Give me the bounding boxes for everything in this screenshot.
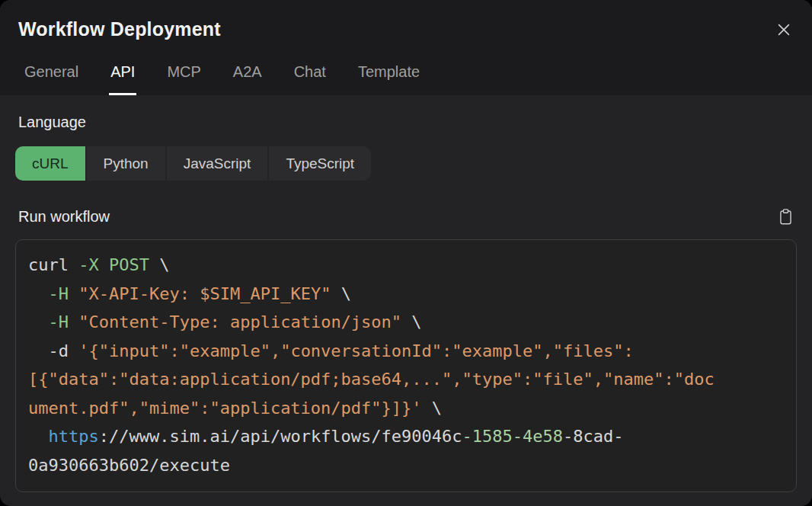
close-button[interactable] bbox=[772, 18, 795, 41]
workflow-deployment-modal: Workflow Deployment General API MCP A2A … bbox=[0, 0, 812, 506]
code-token: -8cad- bbox=[563, 427, 623, 446]
modal-title: Workflow Deployment bbox=[18, 18, 221, 40]
code-token bbox=[69, 312, 78, 331]
tab-chat[interactable]: Chat bbox=[293, 63, 328, 95]
clipboard-icon bbox=[778, 216, 794, 228]
code-token: -X POST bbox=[78, 255, 149, 274]
tab-mcp[interactable]: MCP bbox=[165, 63, 202, 95]
close-icon bbox=[775, 29, 792, 40]
code-token: https bbox=[49, 427, 99, 446]
code-token: -H bbox=[49, 312, 69, 331]
code-token: \ bbox=[401, 312, 422, 331]
code-token: \ bbox=[331, 284, 351, 303]
modal-content: Language cURL Python JavaScript TypeScri… bbox=[0, 114, 812, 492]
code-token: "X-API-Key: $SIM_API_KEY" bbox=[78, 284, 331, 303]
tab-template[interactable]: Template bbox=[356, 63, 421, 95]
language-option-python[interactable]: Python bbox=[87, 146, 165, 181]
code-token: -1585-4e58 bbox=[462, 427, 563, 446]
code-token: ://www.sim.ai/api/workflows/fe90046c bbox=[99, 427, 462, 446]
language-label: Language bbox=[18, 114, 797, 131]
code-line: -H "Content-Type: application/json" \ bbox=[28, 308, 784, 337]
code-token bbox=[28, 427, 49, 446]
code-token bbox=[69, 284, 78, 303]
tab-api[interactable]: API bbox=[109, 63, 136, 95]
code-line: curl -X POST \ bbox=[28, 251, 784, 280]
code-token: -d bbox=[28, 341, 78, 360]
code-line: -d '{"input":"example","conversationId":… bbox=[28, 337, 784, 366]
code-token: \ bbox=[149, 255, 170, 274]
code-token: '{"input":"example","conversationId":"ex… bbox=[78, 341, 633, 360]
code-line: ument.pdf","mime":"application/pdf"}]}' … bbox=[28, 394, 784, 423]
tab-general[interactable]: General bbox=[23, 63, 80, 95]
code-line: https://www.sim.ai/api/workflows/fe90046… bbox=[28, 422, 784, 451]
tab-a2a[interactable]: A2A bbox=[232, 63, 264, 95]
code-token bbox=[28, 284, 49, 303]
code-token: curl bbox=[28, 255, 78, 274]
language-option-javascript[interactable]: JavaScript bbox=[167, 146, 268, 181]
code-token: 0a930663b602/execute bbox=[28, 456, 230, 475]
code-token: ument.pdf","mime":"application/pdf"}]}' bbox=[28, 399, 422, 418]
tab-bar: General API MCP A2A Chat Template bbox=[23, 63, 421, 95]
code-line: 0a930663b602/execute bbox=[28, 451, 784, 480]
code-token: -H bbox=[49, 284, 69, 303]
language-selector: cURL Python JavaScript TypeScript bbox=[15, 146, 371, 181]
code-block: curl -X POST \ -H "X-API-Key: $SIM_API_K… bbox=[15, 239, 797, 492]
code-token: [{"data":"data:application/pdf;base64,..… bbox=[28, 370, 714, 389]
copy-button[interactable] bbox=[776, 207, 795, 227]
language-option-curl[interactable]: cURL bbox=[15, 146, 85, 181]
run-workflow-row: Run workflow bbox=[15, 207, 797, 227]
code-token: \ bbox=[422, 399, 443, 418]
modal-header: Workflow Deployment General API MCP A2A … bbox=[0, 0, 812, 95]
run-workflow-label: Run workflow bbox=[18, 208, 110, 226]
language-option-typescript[interactable]: TypeScript bbox=[269, 146, 371, 181]
code-line: -H "X-API-Key: $SIM_API_KEY" \ bbox=[28, 280, 784, 309]
code-token bbox=[28, 312, 49, 331]
code-token: "Content-Type: application/json" bbox=[78, 312, 401, 331]
code-line: [{"data":"data:application/pdf;base64,..… bbox=[28, 365, 784, 394]
